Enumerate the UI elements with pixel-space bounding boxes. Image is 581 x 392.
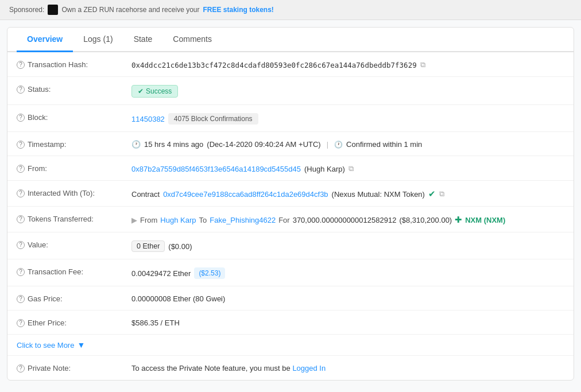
help-icon-tokens[interactable]: ?: [17, 215, 25, 223]
label-transaction-fee: ? Transaction Fee:: [17, 266, 131, 276]
clock-sm-icon: 🕐: [334, 141, 343, 149]
label-tokens-transferred: ? Tokens Transferred:: [17, 214, 131, 223]
label-from: ? From:: [17, 163, 131, 173]
label-interacted-with: ? Interacted With (To):: [17, 188, 131, 197]
row-transaction-fee: ? Transaction Fee: 0.00429472 Ether ($2.…: [7, 259, 574, 286]
label-private-note: ? Private Note:: [17, 363, 131, 372]
label-gas-price: ? Gas Price:: [17, 293, 131, 303]
tokens-for-label: For: [278, 216, 290, 224]
tokens-to-link[interactable]: Fake_Phishing4622: [210, 216, 276, 224]
tokens-from-link[interactable]: Hugh Karp: [160, 216, 196, 224]
value-tokens-transferred: ▶ From Hugh Karp To Fake_Phishing4622 Fo…: [131, 214, 564, 225]
copy-to-icon[interactable]: ⧉: [439, 189, 444, 199]
label-status: ? Status:: [17, 84, 131, 94]
help-icon-note[interactable]: ?: [17, 364, 25, 372]
tokens-amount: 370,000.000000000012582912: [293, 216, 397, 224]
help-icon-to[interactable]: ?: [17, 189, 25, 197]
sponsored-bar: Sponsored: Own a ZED RUN racehorse and r…: [0, 0, 581, 20]
tokens-usd: ($8,310,200.00): [399, 216, 452, 224]
value-transaction-fee: 0.00429472 Ether ($2.53): [131, 266, 564, 279]
block-confirmations: 4075 Block Confirmations: [168, 113, 258, 125]
tokens-from-label: From: [140, 216, 157, 224]
zed-icon: [48, 5, 58, 15]
token-link[interactable]: NXM (NXM): [465, 216, 505, 224]
label-timestamp: ? Timestamp:: [17, 139, 131, 149]
help-icon-block[interactable]: ?: [17, 114, 25, 122]
sponsored-label: Sponsored:: [9, 6, 44, 14]
tab-state[interactable]: State: [123, 28, 163, 52]
timestamp-date: (Dec-14-2020 09:40:24 AM +UTC): [207, 140, 320, 149]
label-transaction-hash: ? Transaction Hash:: [17, 59, 131, 69]
row-tokens-transferred: ? Tokens Transferred: ▶ From Hugh Karp T…: [7, 207, 574, 232]
sponsored-text: Own a ZED RUN racehorse and receive your: [61, 6, 199, 14]
label-value: ? Value:: [17, 239, 131, 249]
to-address-link[interactable]: 0xd7c49cee7e9188cca6ad8ff264c1da2e69d4cf…: [163, 190, 328, 199]
value-interacted-with: Contract 0xd7c49cee7e9188cca6ad8ff264c1d…: [131, 188, 564, 199]
help-icon-fee[interactable]: ?: [17, 268, 25, 276]
value-usd: ($0.00): [168, 242, 192, 251]
chevron-down-icon: ▼: [77, 340, 85, 350]
value-timestamp: 🕐 15 hrs 4 mins ago (Dec-14-2020 09:40:2…: [131, 139, 564, 149]
fee-value: 0.00429472 Ether: [131, 269, 191, 278]
block-number-link[interactable]: 11450382: [131, 115, 165, 123]
value-private-note: To access the Private Note feature, you …: [131, 363, 564, 372]
value-value: 0 Ether ($0.00): [131, 239, 564, 252]
help-icon-ether-price[interactable]: ?: [17, 319, 25, 327]
row-status: ? Status: ✔ Success: [7, 77, 574, 105]
fee-usd-badge: ($2.53): [194, 267, 225, 279]
help-icon-status[interactable]: ?: [17, 86, 25, 94]
row-value: ? Value: 0 Ether ($0.00): [7, 232, 574, 259]
ether-value-badge: 0 Ether: [131, 240, 165, 252]
row-ether-price: ? Ether Price: $586.35 / ETH: [7, 311, 574, 335]
value-transaction-hash: 0x4ddcc21c6de13b3cf472c8d4cdafd80593e0fc…: [131, 59, 564, 69]
clock-icon: 🕐: [131, 140, 141, 149]
value-block: 11450382 4075 Block Confirmations: [131, 112, 564, 125]
transaction-card: Overview Logs (1) State Comments ? Trans…: [7, 27, 574, 381]
row-block: ? Block: 11450382 4075 Block Confirmatio…: [7, 105, 574, 132]
row-private-note: ? Private Note: To access the Private No…: [7, 356, 574, 380]
help-icon-gas[interactable]: ?: [17, 295, 25, 303]
label-ether-price: ? Ether Price:: [17, 317, 131, 327]
see-more-button[interactable]: Click to see More ▼: [7, 335, 574, 356]
see-more-label: Click to see More: [17, 341, 74, 350]
sponsored-link[interactable]: FREE staking tokens!: [203, 6, 273, 14]
value-ether-price: $586.35 / ETH: [131, 317, 564, 327]
row-timestamp: ? Timestamp: 🕐 15 hrs 4 mins ago (Dec-14…: [7, 132, 574, 156]
gas-price-value: 0.00000008 Ether (80 Gwei): [131, 294, 225, 303]
copy-from-icon[interactable]: ⧉: [348, 164, 354, 173]
private-note-text: To access the Private Note feature, you …: [131, 364, 326, 372]
value-status: ✔ Success: [131, 84, 564, 98]
copy-hash-icon[interactable]: ⧉: [420, 60, 425, 69]
tab-overview[interactable]: Overview: [17, 28, 73, 52]
help-icon-hash[interactable]: ?: [17, 61, 25, 69]
help-icon-from[interactable]: ?: [17, 165, 25, 173]
hash-value: 0x4ddcc21c6de13b3cf472c8d4cdafd80593e0fc…: [131, 61, 417, 69]
row-interacted-with: ? Interacted With (To): Contract 0xd7c49…: [7, 181, 574, 207]
tokens-row: ▶ From Hugh Karp To Fake_Phishing4622 Fo…: [131, 215, 505, 225]
login-link[interactable]: Logged In: [292, 364, 326, 372]
arrow-right: ▶: [131, 216, 137, 224]
help-icon-value[interactable]: ?: [17, 241, 25, 249]
tabs-bar: Overview Logs (1) State Comments: [7, 28, 574, 52]
to-name: (Nexus Mutual: NXM Token): [332, 190, 425, 199]
tab-comments[interactable]: Comments: [162, 28, 222, 52]
contract-prefix: Contract: [131, 190, 160, 199]
tab-logs[interactable]: Logs (1): [73, 28, 123, 52]
row-from: ? From: 0x87b2a7559d85f4653f13e6546a1418…: [7, 156, 574, 181]
verified-icon: ✔: [428, 189, 436, 199]
from-name: (Hugh Karp): [304, 165, 345, 173]
timestamp-ago: 15 hrs 4 mins ago: [144, 140, 203, 149]
status-badge: ✔ Success: [131, 85, 178, 98]
timestamp-confirmed: Confirmed within 1 min: [346, 140, 422, 149]
value-gas-price: 0.00000008 Ether (80 Gwei): [131, 293, 564, 303]
ether-price-value: $586.35 / ETH: [131, 319, 180, 327]
label-block: ? Block:: [17, 112, 131, 122]
from-address-link[interactable]: 0x87b2a7559d85f4653f13e6546a14189cd5455d…: [131, 165, 301, 173]
timestamp-separator: |: [327, 140, 328, 149]
nxm-plus-icon: ✚: [455, 215, 462, 225]
check-icon: ✔: [138, 87, 144, 95]
tokens-to-label: To: [199, 216, 207, 224]
help-icon-timestamp[interactable]: ?: [17, 141, 25, 149]
value-from: 0x87b2a7559d85f4653f13e6546a14189cd5455d…: [131, 163, 564, 173]
row-transaction-hash: ? Transaction Hash: 0x4ddcc21c6de13b3cf4…: [7, 52, 574, 77]
